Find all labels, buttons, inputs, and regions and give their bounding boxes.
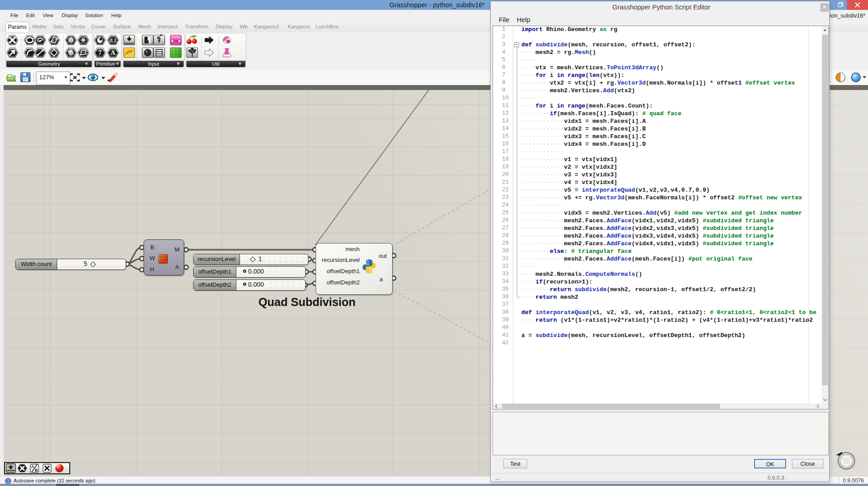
svg-text:!: !: [7, 479, 9, 484]
svg-text:7: 7: [98, 49, 101, 56]
svg-text:B: B: [35, 468, 38, 472]
svg-text:0.1: 0.1: [109, 37, 117, 44]
svg-text:A: A: [111, 49, 116, 56]
svg-text:A: A: [31, 464, 34, 469]
